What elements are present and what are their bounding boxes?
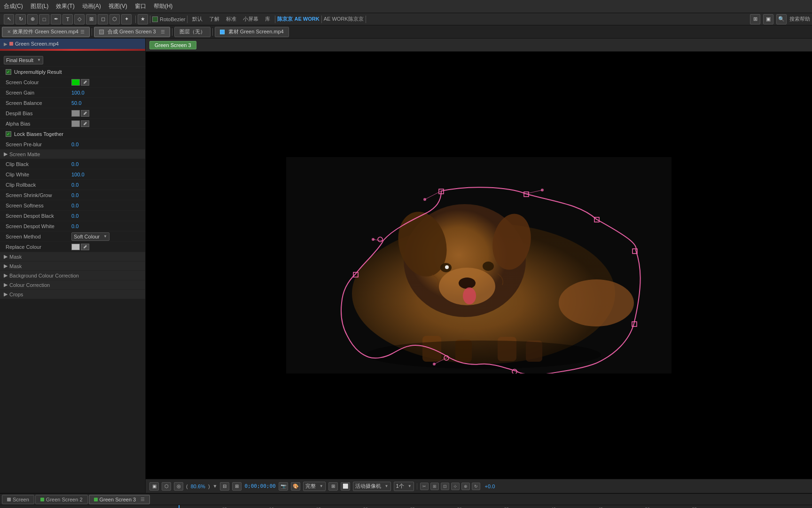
workspace-small[interactable]: 小屏幕 (240, 16, 261, 23)
roto-bezier-checkbox[interactable]: RotoBezier (152, 16, 185, 22)
screen-matte-header[interactable]: ▶ Screen Matte (0, 150, 145, 159)
workspace-standard[interactable]: 标准 (223, 16, 239, 23)
vc-btn-layers[interactable]: ⊞ (430, 483, 439, 490)
monitor-icon[interactable]: ▣ (763, 14, 773, 24)
vc-color-icon[interactable]: 🎨 (291, 482, 300, 491)
tool-clone[interactable]: ⊞ (86, 14, 96, 24)
vc-dropdown-arrow[interactable]: ▼ (213, 484, 218, 489)
screen-method-dropdown[interactable]: Soft Colour ▼ (71, 232, 109, 241)
tab-effects-menu[interactable]: ☰ (80, 29, 85, 34)
vc-frame-btn2[interactable]: ⬜ (341, 482, 350, 491)
crops-header[interactable]: ▶ Crops (0, 290, 145, 299)
clip-white-value[interactable]: 100.0 (71, 172, 141, 177)
vc-grid-btn[interactable]: ⊞ (328, 482, 338, 491)
vc-snap-btn[interactable]: ⊞ (232, 482, 242, 491)
screen-softness-value[interactable]: 0.0 (71, 203, 141, 208)
clip-black-row: Clip Black 0.0 (0, 159, 145, 169)
screen-shrink-value[interactable]: 0.0 (71, 192, 141, 198)
tab-comp-label: 合成 Green Screen 3 (108, 28, 156, 35)
menu-item-layer[interactable]: 图层(L) (31, 2, 49, 10)
vc-quality-dropdown[interactable]: 完整 ▼ (303, 482, 326, 491)
tool-puppet[interactable]: ✦ (121, 14, 132, 24)
tab-close-effects[interactable]: ✕ (7, 29, 11, 34)
screen-matte-expand: ▶ (4, 151, 8, 157)
menu-item-animation[interactable]: 动画(A) (82, 2, 101, 10)
vc-icon-3[interactable]: ◎ (174, 482, 183, 491)
menu-item-effect[interactable]: 效果(T) (56, 2, 74, 10)
vc-icon-1[interactable]: ▣ (149, 482, 159, 491)
workspace-default[interactable]: 默认 (189, 16, 205, 23)
screen-gain-value[interactable]: 100.0 (71, 90, 141, 95)
menu-item-view[interactable]: 视图(V) (109, 2, 127, 10)
screen-preblur-value[interactable]: 0.0 (71, 142, 141, 147)
screen-colour-eyedropper[interactable] (81, 79, 89, 86)
workspace-extra[interactable]: AE WORK陈京京 (324, 16, 364, 23)
screen-despot-white-value[interactable]: 0.0 (71, 223, 141, 229)
timeline-tab-gs2[interactable]: Green Screen 2 (35, 495, 88, 504)
vc-icon-2[interactable]: ⬡ (162, 482, 171, 491)
tool-roto[interactable]: ⬡ (109, 14, 120, 24)
tab-layer[interactable]: 图层（无） (174, 27, 211, 37)
replace-colour-eyedropper[interactable] (81, 244, 89, 250)
tool-anchor[interactable]: ⊕ (27, 14, 38, 24)
lock-biases-checkbox[interactable]: ✓ (6, 131, 11, 137)
workspace-brand[interactable]: 陈京京 AE WORK (277, 16, 319, 23)
tool-rect[interactable]: □ (39, 14, 49, 24)
clip-black-value[interactable]: 0.0 (71, 161, 141, 167)
tool-type[interactable]: T (62, 14, 73, 24)
menu-item-window[interactable]: 窗口 (135, 2, 146, 10)
tab-comp-menu[interactable]: ☰ (161, 29, 165, 34)
clip-rollback-value[interactable]: 0.0 (71, 182, 141, 188)
timeline-tab-gs3-menu[interactable]: ☰ (141, 497, 145, 502)
tool-pen[interactable]: ✒ (51, 14, 61, 24)
menu-item-help[interactable]: 帮助(H) (154, 2, 173, 10)
timeline-tab-screen[interactable]: Screen (2, 495, 34, 504)
layer-item-greenscreen[interactable]: ▶ Green Screen.mp4 (0, 39, 145, 49)
expand-icon[interactable]: ⊞ (750, 14, 760, 24)
alpha-bias-swatch[interactable] (71, 120, 80, 127)
colour-correction-expand: ▶ (4, 282, 8, 288)
mask-header-1[interactable]: ▶ Mask (0, 252, 145, 262)
vc-btn-3d[interactable]: ⊹ (451, 483, 460, 490)
vc-btn-grid2[interactable]: ⊕ (461, 483, 470, 490)
despill-bias-swatch[interactable] (71, 110, 80, 117)
workspace-learn[interactable]: 了解 (206, 16, 222, 23)
vc-zoom-value[interactable]: 80.6% (191, 484, 205, 489)
colour-correction-header[interactable]: ▶ Colour Correction (0, 280, 145, 290)
mask-header-2[interactable]: ▶ Mask (0, 262, 145, 271)
tool-eraser[interactable]: ◻ (98, 14, 108, 24)
preview-tab-gs3[interactable]: Green Screen 3 (149, 41, 196, 49)
footage-icon (220, 30, 225, 34)
alpha-bias-eyedropper[interactable] (81, 120, 89, 127)
tab-composition[interactable]: 合成 Green Screen 3 ☰ (94, 27, 170, 37)
menu-item-composition[interactable]: 合成(C) (4, 2, 23, 10)
vc-btn-refresh[interactable]: ↻ (472, 483, 480, 490)
time-ruler[interactable]: 0s 05s 10s 15s 20s 25s 30s 35s 40s 45s 5… (179, 505, 812, 508)
timeline-tab-gs3[interactable]: Green Screen 3 ☰ (89, 495, 150, 504)
effects-properties-scroll[interactable]: Final Result ▼ ✓ Unpremultiply Result Sc… (0, 52, 145, 493)
vc-camera-dropdown[interactable]: 活动摄像机 ▼ (353, 482, 391, 491)
screen-colour-swatch[interactable] (71, 79, 80, 86)
tab-effects-panel[interactable]: ✕ 效果控件 Green Screen.mp4 ☰ (2, 27, 90, 37)
vc-frame-toggle[interactable]: ⊟ (220, 482, 229, 491)
vc-count-dropdown[interactable]: 1个 ▼ (394, 482, 414, 491)
bookmark-icon[interactable]: ★ (138, 14, 148, 24)
vc-btn-guides[interactable]: ⊡ (441, 483, 449, 490)
tab-footage[interactable]: 素材 Green Screen.mp4 (215, 27, 289, 37)
vc-time-display[interactable]: 0;00;00;00 (244, 483, 275, 489)
tool-selection[interactable]: ↖ (4, 14, 14, 24)
bg-colour-correction-header[interactable]: ▶ Background Colour Correction (0, 271, 145, 280)
tool-shape[interactable]: ◇ (74, 14, 85, 24)
workspace-library[interactable]: 库 (262, 16, 273, 23)
replace-colour-swatch[interactable] (71, 244, 80, 250)
screen-preblur-row: Screen Pre-blur 0.0 (0, 139, 145, 150)
screen-balance-value[interactable]: 50.0 (71, 100, 141, 106)
search-icon[interactable]: 🔍 (776, 14, 787, 24)
unpremultiply-checkbox[interactable]: ✓ (6, 69, 11, 75)
view-dropdown[interactable]: Final Result ▼ (4, 56, 43, 64)
vc-btn-cut[interactable]: ✂ (420, 483, 429, 490)
vc-camera-icon[interactable]: 📷 (279, 482, 288, 491)
tool-rotation[interactable]: ↻ (16, 14, 26, 24)
screen-despot-black-value[interactable]: 0.0 (71, 213, 141, 219)
despill-bias-eyedropper[interactable] (81, 110, 89, 117)
